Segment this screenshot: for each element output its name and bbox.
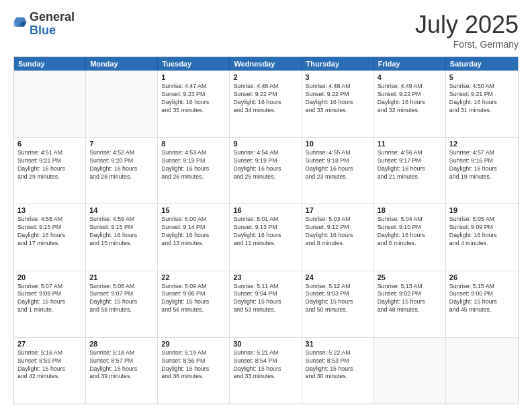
week-row-1: 1Sunrise: 4:47 AM Sunset: 9:23 PM Daylig… [14,71,518,137]
calendar-header: SundayMondayTuesdayWednesdayThursdayFrid… [14,57,518,71]
day-cell-24: 24Sunrise: 5:12 AM Sunset: 9:03 PM Dayli… [302,271,374,337]
day-cell-27: 27Sunrise: 5:16 AM Sunset: 8:59 PM Dayli… [14,338,86,404]
day-cell-13: 13Sunrise: 4:58 AM Sunset: 9:15 PM Dayli… [14,204,86,270]
day-cell-4: 4Sunrise: 4:49 AM Sunset: 9:22 PM Daylig… [374,71,446,137]
header-day-saturday: Saturday [446,57,518,71]
page: General Blue July 2025 Forst, Germany Su… [0,0,532,411]
day-number: 18 [378,206,442,214]
day-info: Sunrise: 4:49 AM Sunset: 9:22 PM Dayligh… [378,83,442,115]
day-number: 25 [378,273,442,281]
header-day-wednesday: Wednesday [230,57,302,71]
day-number: 8 [161,140,226,148]
day-info: Sunrise: 4:48 AM Sunset: 9:22 PM Dayligh… [233,83,298,115]
day-cell-18: 18Sunrise: 5:04 AM Sunset: 9:10 PM Dayli… [374,204,446,270]
day-number: 14 [89,206,154,214]
day-number: 20 [17,273,82,281]
day-cell-26: 26Sunrise: 5:15 AM Sunset: 9:00 PM Dayli… [446,271,518,337]
day-cell-5: 5Sunrise: 4:50 AM Sunset: 9:21 PM Daylig… [446,71,518,137]
empty-cell [374,338,446,404]
month-title: July 2025 [415,11,519,39]
day-info: Sunrise: 4:48 AM Sunset: 9:22 PM Dayligh… [306,83,370,115]
day-number: 11 [378,140,442,148]
day-info: Sunrise: 5:18 AM Sunset: 8:57 PM Dayligh… [89,349,154,381]
day-info: Sunrise: 5:12 AM Sunset: 9:03 PM Dayligh… [306,283,370,315]
day-number: 27 [17,340,82,348]
day-number: 19 [449,206,515,214]
day-cell-2: 2Sunrise: 4:48 AM Sunset: 9:22 PM Daylig… [230,71,302,137]
day-number: 15 [161,206,226,214]
location: Forst, Germany [415,39,519,50]
header-day-friday: Friday [374,57,446,71]
day-info: Sunrise: 4:53 AM Sunset: 9:19 PM Dayligh… [161,149,226,181]
day-info: Sunrise: 4:58 AM Sunset: 9:15 PM Dayligh… [17,216,82,248]
day-number: 7 [89,140,154,148]
day-cell-6: 6Sunrise: 4:51 AM Sunset: 9:21 PM Daylig… [14,138,86,203]
day-number: 28 [89,340,154,348]
day-info: Sunrise: 5:11 AM Sunset: 9:04 PM Dayligh… [233,283,298,315]
day-cell-29: 29Sunrise: 5:19 AM Sunset: 8:56 PM Dayli… [158,338,230,404]
logo-blue: Blue [30,24,56,37]
logo-text: General Blue [30,11,75,38]
day-cell-15: 15Sunrise: 5:00 AM Sunset: 9:14 PM Dayli… [158,204,230,270]
day-number: 12 [449,140,515,148]
day-cell-7: 7Sunrise: 4:52 AM Sunset: 9:20 PM Daylig… [86,138,158,203]
day-info: Sunrise: 4:57 AM Sunset: 9:16 PM Dayligh… [449,149,515,181]
calendar: SundayMondayTuesdayWednesdayThursdayFrid… [13,56,519,404]
day-cell-8: 8Sunrise: 4:53 AM Sunset: 9:19 PM Daylig… [158,138,230,203]
day-cell-21: 21Sunrise: 5:08 AM Sunset: 9:07 PM Dayli… [86,271,158,337]
day-number: 5 [449,73,515,81]
day-info: Sunrise: 4:51 AM Sunset: 9:21 PM Dayligh… [17,149,82,181]
logo: General Blue [13,11,75,38]
day-cell-25: 25Sunrise: 5:13 AM Sunset: 9:02 PM Dayli… [374,271,446,337]
header-day-thursday: Thursday [302,57,374,71]
day-cell-17: 17Sunrise: 5:03 AM Sunset: 9:12 PM Dayli… [302,204,374,270]
day-cell-20: 20Sunrise: 5:07 AM Sunset: 9:08 PM Dayli… [14,271,86,337]
day-number: 30 [233,340,298,348]
day-cell-12: 12Sunrise: 4:57 AM Sunset: 9:16 PM Dayli… [446,138,518,203]
empty-cell [446,338,518,404]
day-cell-9: 9Sunrise: 4:54 AM Sunset: 9:19 PM Daylig… [230,138,302,203]
day-info: Sunrise: 5:22 AM Sunset: 8:53 PM Dayligh… [306,349,370,381]
day-info: Sunrise: 5:16 AM Sunset: 8:59 PM Dayligh… [17,349,82,381]
day-cell-19: 19Sunrise: 5:05 AM Sunset: 9:09 PM Dayli… [446,204,518,270]
header: General Blue July 2025 Forst, Germany [13,11,519,50]
header-day-tuesday: Tuesday [158,57,230,71]
day-cell-31: 31Sunrise: 5:22 AM Sunset: 8:53 PM Dayli… [302,338,374,404]
calendar-body: 1Sunrise: 4:47 AM Sunset: 9:23 PM Daylig… [14,71,518,404]
day-number: 2 [233,73,298,81]
day-info: Sunrise: 5:21 AM Sunset: 8:54 PM Dayligh… [233,349,298,381]
day-number: 13 [17,206,82,214]
day-cell-28: 28Sunrise: 5:18 AM Sunset: 8:57 PM Dayli… [86,338,158,404]
day-info: Sunrise: 4:54 AM Sunset: 9:19 PM Dayligh… [233,149,298,181]
day-cell-1: 1Sunrise: 4:47 AM Sunset: 9:23 PM Daylig… [158,71,230,137]
day-info: Sunrise: 5:15 AM Sunset: 9:00 PM Dayligh… [449,283,515,315]
logo-icon [13,16,27,32]
day-cell-11: 11Sunrise: 4:56 AM Sunset: 9:17 PM Dayli… [374,138,446,203]
day-cell-23: 23Sunrise: 5:11 AM Sunset: 9:04 PM Dayli… [230,271,302,337]
day-info: Sunrise: 5:03 AM Sunset: 9:12 PM Dayligh… [306,216,370,248]
day-info: Sunrise: 4:59 AM Sunset: 9:15 PM Dayligh… [89,216,154,248]
day-cell-3: 3Sunrise: 4:48 AM Sunset: 9:22 PM Daylig… [302,71,374,137]
header-day-sunday: Sunday [14,57,86,71]
empty-cell [86,71,158,137]
day-cell-30: 30Sunrise: 5:21 AM Sunset: 8:54 PM Dayli… [230,338,302,404]
week-row-4: 20Sunrise: 5:07 AM Sunset: 9:08 PM Dayli… [14,271,518,337]
week-row-3: 13Sunrise: 4:58 AM Sunset: 9:15 PM Dayli… [14,203,518,270]
day-number: 21 [89,273,154,281]
week-row-2: 6Sunrise: 4:51 AM Sunset: 9:21 PM Daylig… [14,137,518,203]
day-number: 1 [161,73,226,81]
day-number: 22 [161,273,226,281]
day-info: Sunrise: 5:05 AM Sunset: 9:09 PM Dayligh… [449,216,515,248]
day-info: Sunrise: 4:56 AM Sunset: 9:17 PM Dayligh… [378,149,442,181]
day-number: 31 [306,340,370,348]
day-info: Sunrise: 5:08 AM Sunset: 9:07 PM Dayligh… [89,283,154,315]
day-number: 26 [449,273,515,281]
day-info: Sunrise: 4:47 AM Sunset: 9:23 PM Dayligh… [161,83,226,115]
day-info: Sunrise: 4:55 AM Sunset: 9:18 PM Dayligh… [306,149,370,181]
day-cell-16: 16Sunrise: 5:01 AM Sunset: 9:13 PM Dayli… [230,204,302,270]
logo-general: General [30,10,75,24]
day-info: Sunrise: 5:07 AM Sunset: 9:08 PM Dayligh… [17,283,82,315]
day-number: 3 [306,73,370,81]
day-number: 16 [233,206,298,214]
title-block: July 2025 Forst, Germany [415,11,519,50]
